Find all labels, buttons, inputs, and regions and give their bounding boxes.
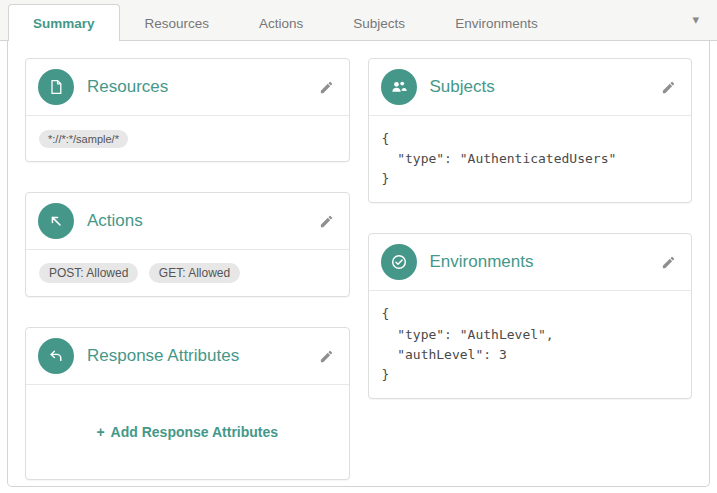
resource-pattern-pill: *://*:*/sample/* bbox=[39, 130, 128, 148]
add-response-attributes-label: Add Response Attributes bbox=[111, 424, 279, 440]
edit-icon[interactable] bbox=[316, 77, 337, 98]
subjects-card-body: { "type": "AuthenticatedUsers" } bbox=[369, 116, 692, 202]
response-attributes-card-header: Response Attributes bbox=[26, 328, 349, 385]
file-icon bbox=[38, 69, 74, 105]
edit-icon[interactable] bbox=[658, 77, 679, 98]
response-attributes-card-body: +Add Response Attributes bbox=[26, 385, 349, 479]
right-column: Subjects { "type": "AuthenticatedUsers" … bbox=[368, 58, 693, 469]
subjects-card-header: Subjects bbox=[369, 59, 692, 116]
reply-arrow-icon bbox=[38, 338, 74, 374]
action-pill-post: POST: Allowed bbox=[39, 263, 138, 283]
subjects-card: Subjects { "type": "AuthenticatedUsers" … bbox=[368, 58, 693, 203]
tab-subjects-label: Subjects bbox=[353, 16, 405, 31]
environments-card-body: { "type": "AuthLevel", "authLevel": 3 } bbox=[369, 291, 692, 398]
summary-panel: Resources *://*:*/sample/* bbox=[7, 41, 710, 487]
actions-card-header: Actions bbox=[26, 193, 349, 250]
edit-icon[interactable] bbox=[658, 252, 679, 273]
tab-actions[interactable]: Actions bbox=[234, 4, 328, 41]
tab-resources-label: Resources bbox=[145, 16, 210, 31]
subjects-card-title: Subjects bbox=[430, 77, 495, 97]
action-pill-get: GET: Allowed bbox=[149, 263, 240, 283]
resources-card-title: Resources bbox=[87, 77, 168, 97]
tab-summary-label: Summary bbox=[33, 16, 95, 31]
policy-summary-page: Summary Resources Actions Subjects Envir… bbox=[0, 0, 717, 493]
chevron-down-icon[interactable]: ▾ bbox=[688, 10, 703, 29]
resources-card: Resources *://*:*/sample/* bbox=[25, 58, 350, 162]
tab-environments-label: Environments bbox=[455, 16, 538, 31]
response-attributes-card-title: Response Attributes bbox=[87, 346, 239, 366]
add-response-attributes-link[interactable]: +Add Response Attributes bbox=[96, 424, 278, 440]
environments-code: { "type": "AuthLevel", "authLevel": 3 } bbox=[382, 304, 679, 385]
users-icon bbox=[381, 69, 417, 105]
tab-actions-label: Actions bbox=[259, 16, 303, 31]
arrow-up-left-icon bbox=[38, 203, 74, 239]
environments-card-header: Environments bbox=[369, 234, 692, 291]
response-attributes-card: Response Attributes +Add Response Attrib… bbox=[25, 327, 350, 480]
tab-environments[interactable]: Environments bbox=[430, 4, 563, 41]
environments-card: Environments { "type": "AuthLevel", "aut… bbox=[368, 233, 693, 399]
left-column: Resources *://*:*/sample/* bbox=[25, 58, 350, 469]
actions-card: Actions POST: Allowed GET: Allowed bbox=[25, 192, 350, 297]
resources-card-header: Resources bbox=[26, 59, 349, 116]
check-circle-icon bbox=[381, 244, 417, 280]
plus-icon: + bbox=[96, 424, 104, 440]
tab-bar: Summary Resources Actions Subjects Envir… bbox=[0, 0, 717, 41]
environments-card-title: Environments bbox=[430, 252, 534, 272]
edit-icon[interactable] bbox=[316, 211, 337, 232]
resources-card-body: *://*:*/sample/* bbox=[26, 116, 349, 161]
subjects-code: { "type": "AuthenticatedUsers" } bbox=[382, 129, 679, 189]
actions-card-title: Actions bbox=[87, 211, 143, 231]
tab-resources[interactable]: Resources bbox=[120, 4, 235, 41]
tab-summary[interactable]: Summary bbox=[8, 4, 120, 41]
actions-card-body: POST: Allowed GET: Allowed bbox=[26, 250, 349, 296]
tab-subjects[interactable]: Subjects bbox=[328, 4, 430, 41]
edit-icon[interactable] bbox=[316, 346, 337, 367]
